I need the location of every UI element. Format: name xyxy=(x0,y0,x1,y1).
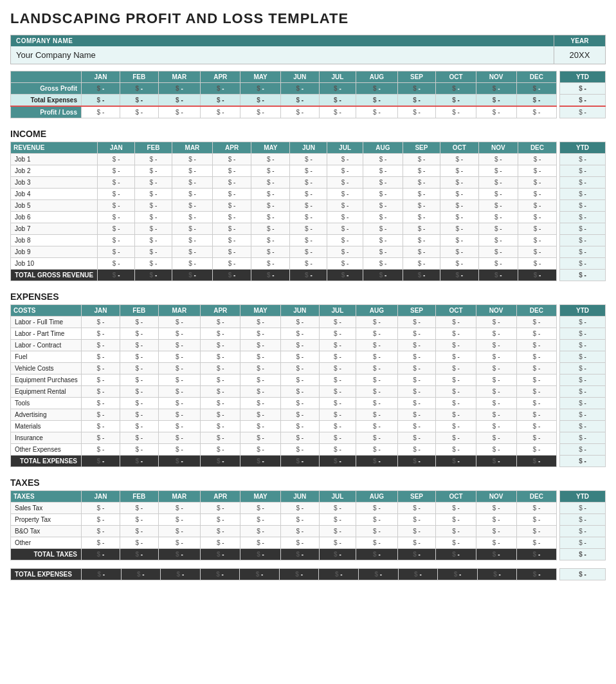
value-cell: $ - xyxy=(82,351,120,363)
value-cell: $ - xyxy=(120,444,158,456)
expenses-title: Expenses xyxy=(10,291,606,302)
month-header-aug: AUG xyxy=(356,491,397,503)
value-cell: $ - xyxy=(240,526,281,537)
ytd-profit-loss: $ - xyxy=(560,106,606,118)
value-cell: $ - xyxy=(476,503,516,514)
value-cell: $ - xyxy=(82,432,120,444)
profit-loss-value: $ - xyxy=(436,106,476,118)
gross-profit-row: Gross Profit$ -$ -$ -$ -$ -$ -$ -$ -$ -$… xyxy=(11,83,557,95)
total-expenses-value: $ - xyxy=(397,95,436,107)
value-cell: $ - xyxy=(135,246,172,258)
month-header-jan: JAN xyxy=(82,491,120,503)
month-header-may: MAY xyxy=(251,142,290,154)
value-cell: $ - xyxy=(172,270,212,281)
value-cell: $ - xyxy=(120,317,158,328)
summary-ytd-table: YTD$ -$ -$ - xyxy=(559,71,606,118)
value-cell: $ - xyxy=(82,503,120,514)
value-cell: $ - xyxy=(478,165,518,177)
month-header-jul: JUL xyxy=(327,142,363,154)
value-cell: $ - xyxy=(319,444,356,456)
value-cell: $ - xyxy=(280,374,319,386)
value-cell: $ - xyxy=(436,328,476,340)
row-label: Job 1 xyxy=(11,154,98,165)
value-cell: $ - xyxy=(158,351,201,363)
value-cell: $ - xyxy=(356,398,397,409)
value-cell: $ - xyxy=(403,177,440,189)
month-header-may: MAY xyxy=(240,305,281,317)
value-cell: $ - xyxy=(516,351,556,363)
value-cell: $ - xyxy=(135,165,172,177)
row-label: Job 5 xyxy=(11,200,98,212)
month-header-apr: APR xyxy=(201,305,240,317)
ytd-data-row: $ - xyxy=(560,374,606,386)
value-cell: $ - xyxy=(290,177,327,189)
value-cell: $ - xyxy=(135,200,172,212)
ytd-data-row: $ - xyxy=(560,246,606,258)
value-cell: $ - xyxy=(327,154,363,165)
summary-wrap: JANFEBMARAPRMAYJUNJULAUGSEPOCTNOVDECGros… xyxy=(10,71,606,120)
value-cell: $ - xyxy=(158,444,201,456)
value-cell: $ - xyxy=(280,514,319,526)
value-cell: $ - xyxy=(403,189,440,200)
expenses-section: CostsJANFEBMARAPRMAYJUNJULAUGSEPOCTNOVDE… xyxy=(10,304,606,468)
month-header-jun: JUN xyxy=(290,142,327,154)
value-cell: $ - xyxy=(290,223,327,235)
total-label: Total Expenses xyxy=(11,456,82,467)
value-cell: $ - xyxy=(356,537,397,549)
value-cell: $ - xyxy=(120,537,158,549)
value-cell: $ - xyxy=(403,154,440,165)
summary-month-apr: APR xyxy=(201,71,240,83)
value-cell: $ - xyxy=(251,154,290,165)
page-title: Landscaping Profit and Loss Template xyxy=(10,10,606,27)
value-cell: $ - xyxy=(280,317,319,328)
value-cell: $ - xyxy=(82,514,120,526)
summary-col-header xyxy=(11,71,82,83)
profit-loss-label: Profit / Loss xyxy=(11,106,82,118)
value-cell: $ - xyxy=(120,514,158,526)
value-cell: $ - xyxy=(516,444,556,456)
summary-month-mar: MAR xyxy=(158,71,201,83)
value-cell: $ - xyxy=(516,537,556,549)
value-cell: $ - xyxy=(120,363,158,374)
value-cell: $ - xyxy=(440,189,478,200)
value-cell: $ - xyxy=(403,270,440,281)
row-label: Job 3 xyxy=(11,177,98,189)
value-cell: $ - xyxy=(397,537,436,549)
value-cell: $ - xyxy=(478,246,518,258)
table-row: Fuel$ -$ -$ -$ -$ -$ -$ -$ -$ -$ -$ -$ - xyxy=(11,351,557,363)
ytd-data-row: $ - xyxy=(560,328,606,340)
ytd-value: $ - xyxy=(560,363,606,374)
month-header-may: MAY xyxy=(240,491,281,503)
company-name-value[interactable]: Your Company Name xyxy=(11,46,554,64)
ytd-header: YTD xyxy=(560,71,606,83)
profit-loss-value: $ - xyxy=(120,106,158,118)
value-cell: $ - xyxy=(172,235,212,246)
value-cell: $ - xyxy=(201,503,240,514)
gross-profit-value: $ - xyxy=(201,83,240,95)
profit-loss-value: $ - xyxy=(240,106,281,118)
value-cell: $ - xyxy=(135,154,172,165)
footer-main-table: Total Expenses$ -$ -$ -$ -$ -$ -$ -$ -$ … xyxy=(10,568,557,582)
value-cell: $ - xyxy=(327,235,363,246)
section-col-header: Taxes xyxy=(11,491,82,503)
ytd-value: $ - xyxy=(560,212,606,223)
month-header-oct: OCT xyxy=(440,142,478,154)
value-cell: $ - xyxy=(213,258,251,270)
total-expenses-value: $ - xyxy=(120,95,158,107)
value-cell: $ - xyxy=(476,514,516,526)
summary-month-jul: JUL xyxy=(319,71,356,83)
value-cell: $ - xyxy=(476,351,516,363)
value-cell: $ - xyxy=(201,398,240,409)
summary-ytd-expenses: $ - xyxy=(560,95,606,107)
value-cell: $ - xyxy=(436,444,476,456)
ytd-header-row: YTD xyxy=(560,305,606,317)
gross-profit-value: $ - xyxy=(397,83,436,95)
value-cell: $ - xyxy=(403,258,440,270)
value-cell: $ - xyxy=(158,328,201,340)
profit-loss-value: $ - xyxy=(476,106,516,118)
value-cell: $ - xyxy=(240,444,281,456)
year-value[interactable]: 20XX xyxy=(554,46,605,64)
value-cell: $ - xyxy=(98,270,135,281)
month-header-feb: FEB xyxy=(120,491,158,503)
month-header-sep: SEP xyxy=(403,142,440,154)
